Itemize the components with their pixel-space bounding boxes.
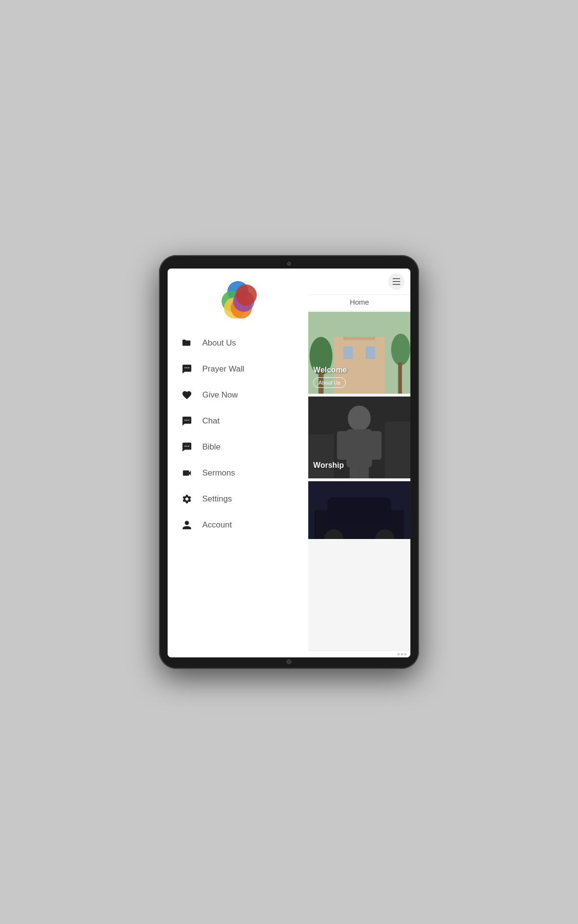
sidebar-item-label-give-now: Give Now [202,390,238,400]
sidebar-item-label-prayer-wall: Prayer Wall [202,364,244,374]
logo-area [168,269,308,330]
bottom-dots [397,653,407,655]
svg-rect-11 [188,420,189,421]
svg-rect-10 [186,420,187,421]
svg-rect-30 [359,466,369,478]
screen: About Us Prayer Wall [168,269,410,657]
dot-2 [401,653,403,655]
svg-point-5 [236,284,257,306]
app-logo [216,278,260,321]
tablet-device: About Us Prayer Wall [159,255,419,669]
svg-rect-7 [186,367,187,368]
sidebar-item-label-chat: Chat [202,416,220,426]
svg-rect-12 [184,446,185,447]
home-button[interactable] [287,659,291,664]
person-icon [180,518,194,532]
sidebar-item-prayer-wall[interactable]: Prayer Wall [172,356,308,382]
svg-rect-32 [385,422,410,478]
worship-card[interactable]: Worship [308,397,410,478]
camera [287,262,291,266]
sidebar-drawer: About Us Prayer Wall [168,269,308,657]
extra-card[interactable] [308,481,410,539]
svg-rect-29 [350,466,359,478]
content-scroll: Welcome About Us [308,310,410,651]
sidebar-item-label-account: Account [202,520,232,530]
welcome-card-overlay: Welcome About Us [313,366,347,388]
svg-rect-8 [188,367,189,368]
svg-rect-13 [186,446,187,447]
svg-rect-35 [328,498,391,526]
welcome-card[interactable]: Welcome About Us [308,312,410,394]
svg-rect-6 [184,367,185,368]
heart-icon [180,388,194,402]
sidebar-item-bible[interactable]: Bible [172,434,308,460]
sidebar-item-settings[interactable]: Settings [172,486,308,512]
hamburger-line-1 [393,278,400,279]
svg-rect-27 [337,431,350,460]
sidebar-item-label-bible: Bible [202,442,221,452]
dot-3 [404,653,407,655]
gear-icon [180,492,194,506]
dark-bg [308,481,410,539]
welcome-card-title: Welcome [313,366,347,374]
svg-rect-17 [343,337,375,340]
worship-card-overlay: Worship [313,461,344,473]
svg-point-21 [391,334,410,365]
hamburger-button[interactable] [388,273,405,290]
svg-rect-28 [369,431,381,460]
about-us-card-button[interactable]: About Us [313,377,345,388]
content-area: Home [308,269,410,657]
sidebar-item-label-about-us: About Us [202,338,236,348]
sidebar-item-give-now[interactable]: Give Now [172,382,308,408]
sidebar-item-about-us[interactable]: About Us [172,330,308,356]
hamburger-line-2 [393,281,400,282]
svg-rect-9 [184,420,185,421]
video-icon [180,466,194,480]
nav-items: About Us Prayer Wall [168,330,308,538]
dark-illustration [308,481,410,539]
sidebar-item-sermons[interactable]: Sermons [172,460,308,486]
svg-rect-18 [343,346,353,359]
chat-bubble-icon [180,362,194,376]
content-header [308,269,410,295]
home-tab-label: Home [308,295,410,310]
svg-rect-26 [347,429,372,467]
sidebar-item-chat[interactable]: Chat [172,408,308,434]
svg-rect-14 [188,446,189,447]
folder-icon [180,336,194,350]
chat-dots-icon [180,414,194,428]
dot-1 [397,653,400,655]
sidebar-item-label-sermons: Sermons [202,468,235,478]
worship-card-title: Worship [313,461,344,470]
hamburger-line-3 [393,284,400,285]
svg-rect-19 [366,346,375,359]
bottom-bar [308,651,410,657]
sidebar-item-label-settings: Settings [202,494,232,504]
bible-icon [180,440,194,454]
sidebar-item-account[interactable]: Account [172,512,308,538]
svg-point-25 [348,406,371,431]
svg-rect-23 [398,362,402,394]
